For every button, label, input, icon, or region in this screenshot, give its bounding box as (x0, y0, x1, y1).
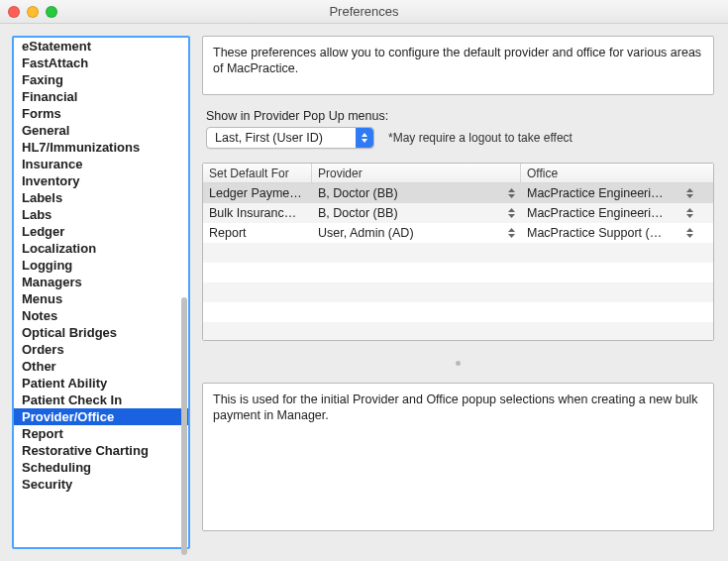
sidebar-item[interactable]: Ledger (14, 223, 188, 240)
sidebar-item[interactable]: Optical Bridges (14, 324, 188, 341)
sidebar-item[interactable]: Other (14, 358, 188, 375)
table-row-empty (203, 282, 713, 302)
sidebar-item[interactable]: Patient Check In (14, 392, 188, 408)
cell-provider[interactable]: B, Doctor (BB) (312, 183, 521, 203)
defaults-table: Set Default For Provider Office Ledger P… (202, 163, 714, 341)
sidebar-item[interactable]: Patient Ability (14, 375, 188, 392)
sidebar-item[interactable]: Labels (14, 189, 188, 206)
chevron-up-down-icon (508, 208, 515, 218)
sidebar-item[interactable]: eStatement (14, 38, 188, 55)
sidebar-scrollbar[interactable] (181, 40, 187, 545)
col-blank (699, 164, 713, 182)
sidebar-item[interactable]: Report (14, 425, 188, 442)
sidebar-item[interactable]: Insurance (14, 156, 188, 172)
sidebar-item[interactable]: Localization (14, 240, 188, 257)
cell-office[interactable]: MacPractice Engineeri… (521, 183, 699, 203)
table-resize-handle[interactable] (202, 357, 714, 369)
table-scrollbar[interactable] (706, 185, 712, 338)
col-set-default[interactable]: Set Default For (203, 164, 312, 182)
chevron-up-down-icon (686, 228, 693, 238)
provider-popup-value: Last, First (User ID) (207, 131, 356, 145)
window-title: Preferences (0, 4, 728, 19)
content: eStatementFastAttachFaxingFinancialForms… (0, 24, 728, 561)
cell-set-default: Bulk Insuranc… (203, 203, 312, 223)
chevron-up-down-icon (508, 188, 515, 198)
provider-popup-select[interactable]: Last, First (User ID) (206, 127, 374, 149)
sidebar-item[interactable]: Managers (14, 274, 188, 290)
table-body: Ledger Payme…B, Doctor (BB)MacPractice E… (203, 183, 713, 341)
table-row-empty (203, 263, 713, 282)
sidebar-item[interactable]: Forms (14, 105, 188, 122)
table-row-empty (203, 322, 713, 341)
main-pane: These preferences allow you to configure… (202, 36, 716, 549)
sidebar-item[interactable]: Labs (14, 206, 188, 223)
sidebar-item[interactable]: Orders (14, 341, 188, 358)
pane-description: These preferences allow you to configure… (202, 36, 714, 95)
sidebar-item[interactable]: Provider/Office (14, 408, 188, 425)
sidebar-item[interactable]: Logging (14, 257, 188, 274)
table-row-empty (203, 243, 713, 263)
table-row[interactable]: ReportUser, Admin (AD)MacPractice Suppor… (203, 223, 713, 243)
cell-provider[interactable]: B, Doctor (BB) (312, 203, 521, 223)
table-row-empty (203, 302, 713, 322)
table-row[interactable]: Bulk Insuranc…B, Doctor (BB)MacPractice … (203, 203, 713, 223)
popup-label: Show in Provider Pop Up menus: (206, 109, 714, 123)
sidebar-item[interactable]: Menus (14, 290, 188, 307)
sidebar-item[interactable]: Restorative Charting (14, 442, 188, 459)
cell-office[interactable]: MacPractice Engineeri… (521, 203, 699, 223)
popup-note: *May require a logout to take effect (388, 131, 572, 145)
sidebar-item[interactable]: Notes (14, 307, 188, 324)
chevron-up-down-icon (686, 188, 693, 198)
chevron-up-down-icon (356, 128, 373, 148)
col-provider[interactable]: Provider (312, 164, 521, 182)
chevron-up-down-icon (686, 208, 693, 218)
sidebar-item[interactable]: Financial (14, 88, 188, 105)
sidebar-item[interactable]: Scheduling (14, 459, 188, 476)
col-office[interactable]: Office (521, 164, 699, 182)
scroll-thumb[interactable] (181, 297, 187, 555)
cell-provider[interactable]: User, Admin (AD) (312, 223, 521, 243)
sidebar-list[interactable]: eStatementFastAttachFaxingFinancialForms… (14, 38, 188, 547)
popup-section: Show in Provider Pop Up menus: Last, Fir… (202, 109, 714, 149)
sidebar-item[interactable]: Faxing (14, 71, 188, 88)
sidebar-item[interactable]: FastAttach (14, 55, 188, 71)
titlebar: Preferences (0, 0, 728, 24)
pane-help-text: This is used for the initial Provider an… (202, 383, 714, 531)
cell-set-default: Report (203, 223, 312, 243)
cell-set-default: Ledger Payme… (203, 183, 312, 203)
sidebar: eStatementFastAttachFaxingFinancialForms… (12, 36, 190, 549)
sidebar-item[interactable]: HL7/Immunizations (14, 139, 188, 156)
sidebar-item[interactable]: General (14, 122, 188, 139)
sidebar-item[interactable]: Security (14, 476, 188, 493)
chevron-up-down-icon (508, 228, 515, 238)
table-header: Set Default For Provider Office (203, 164, 713, 183)
sidebar-item[interactable]: Inventory (14, 172, 188, 189)
table-row[interactable]: Ledger Payme…B, Doctor (BB)MacPractice E… (203, 183, 713, 203)
cell-office[interactable]: MacPractice Support (… (521, 223, 699, 243)
